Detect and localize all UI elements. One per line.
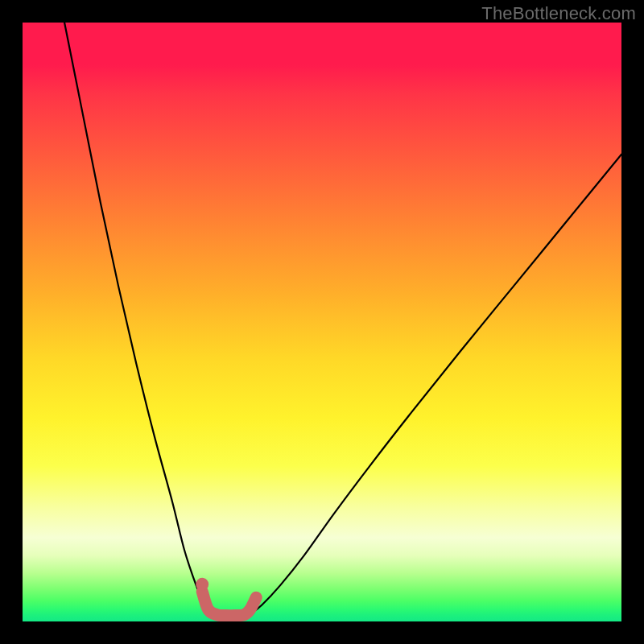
- plot-area: [23, 23, 621, 621]
- curve-right: [250, 155, 621, 614]
- svg-point-0: [196, 578, 208, 591]
- watermark-text: TheBottleneck.com: [481, 3, 636, 24]
- curve-left: [64, 23, 211, 614]
- chart-frame: TheBottleneck.com: [0, 0, 644, 644]
- marker-dot: [196, 578, 208, 591]
- minimum-marker: [202, 592, 256, 616]
- chart-svg-layer: [23, 23, 621, 621]
